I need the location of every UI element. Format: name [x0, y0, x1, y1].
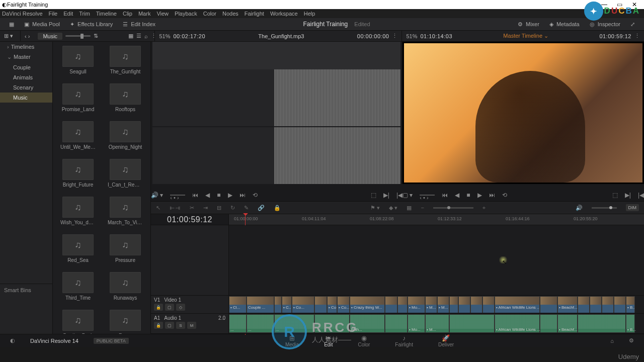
track-lanes[interactable]: ↖ • Cl...Couple ...• C...• Co...• Co...•…: [229, 225, 644, 334]
video-clip[interactable]: [578, 296, 590, 313]
media-item[interactable]: ♫On_the_Bach: [60, 310, 96, 334]
mixer-button[interactable]: ⚙ Mixer: [513, 18, 544, 30]
in-icon[interactable]: ▶|: [625, 192, 631, 199]
video-clip[interactable]: • M...: [425, 296, 437, 313]
video-clip[interactable]: • M...: [437, 296, 449, 313]
source-options-icon[interactable]: ⋮: [392, 33, 397, 39]
waveform-left[interactable]: [152, 69, 400, 126]
out-icon[interactable]: |◀: [396, 192, 403, 199]
insert-icon[interactable]: ⇥: [203, 205, 208, 211]
first-frame-icon[interactable]: ⏮: [192, 192, 198, 199]
video-clip[interactable]: • Co...: [327, 296, 337, 313]
media-item[interactable]: ♫Bright_Future: [60, 159, 96, 188]
source-clip-name[interactable]: The_Gunfight.mp3: [208, 33, 354, 39]
menu-playback[interactable]: Playback: [175, 11, 197, 17]
lock-track-button[interactable]: 🔒: [154, 304, 163, 311]
media-item[interactable]: ♫I_Can_t_Remmber_I...: [108, 159, 143, 188]
auto-select-button[interactable]: ▢: [165, 304, 174, 311]
video-clip[interactable]: [540, 296, 557, 313]
reverse-icon[interactable]: ◀: [205, 192, 210, 199]
project-settings-icon[interactable]: ⚙: [629, 337, 634, 344]
menu-davinci-resolve[interactable]: DaVinci Resolve: [2, 11, 43, 17]
lock-icon[interactable]: 🔒: [274, 205, 281, 211]
timeline-ruler[interactable]: 01:00:59:12 01:00:00:0001:04:11:0401:08:…: [151, 214, 644, 225]
source-viewer[interactable]: [151, 42, 403, 184]
audio-clip[interactable]: [385, 314, 408, 333]
menu-trim[interactable]: Trim: [79, 11, 90, 17]
home-icon[interactable]: ⌂: [610, 338, 614, 344]
page-media[interactable]: ⊞Media: [285, 334, 299, 347]
menu-workspace[interactable]: Workspace: [270, 11, 298, 17]
layout-icon[interactable]: ▦: [4, 18, 19, 30]
video-clip[interactable]: • Beachf...: [557, 296, 578, 313]
media-item[interactable]: ♫Pressure: [108, 234, 143, 263]
viewer-mode-icon[interactable]: ▢ ▾: [403, 192, 413, 199]
video-clip[interactable]: • B...: [626, 296, 635, 313]
speaker-icon[interactable]: 🔊: [576, 205, 583, 211]
page-deliver[interactable]: 🚀Deliver: [438, 334, 454, 347]
audio-clip[interactable]: • Mo...: [408, 314, 425, 333]
overwrite-icon[interactable]: ⊟: [217, 205, 221, 211]
waveform-right[interactable]: [152, 127, 400, 184]
audio-clip[interactable]: ...: [274, 314, 314, 333]
replace-icon[interactable]: ↻: [230, 205, 235, 211]
audio-clip[interactable]: • M...: [425, 314, 449, 333]
program-zoom[interactable]: 51%: [406, 33, 417, 39]
audio-clip[interactable]: ...: [247, 314, 274, 333]
audio-track-header[interactable]: A1Audio 12.0 🔒▢SM: [151, 314, 228, 334]
media-item[interactable]: ♫The_Gunfight: [108, 46, 143, 74]
thumb-size-slider[interactable]: [65, 35, 91, 37]
audio-clip[interactable]: [540, 314, 557, 333]
media-item[interactable]: ♫Rooftops: [108, 83, 143, 112]
video-clip[interactable]: [449, 296, 458, 313]
zoom-out-icon[interactable]: −: [421, 205, 424, 211]
page-fairlight[interactable]: ♪Fairlight: [395, 334, 413, 347]
media-item[interactable]: ♫Wish_You_d_Come_T...: [60, 197, 96, 225]
video-clip[interactable]: • African Wildlife Lions ...: [495, 296, 540, 313]
media-item[interactable]: ♫Fargo: [108, 310, 143, 334]
flag-icon[interactable]: ⚑ ▾: [370, 205, 380, 211]
overview-waveform[interactable]: [152, 42, 400, 69]
media-item[interactable]: ♫March_To_Victory: [108, 197, 143, 225]
menu-edit[interactable]: Edit: [63, 11, 73, 17]
list-view-icon[interactable]: ☰: [136, 33, 141, 39]
audio-clip[interactable]: • African Wildlife Lions ...: [495, 314, 540, 333]
audio-lane[interactable]: ............ty th...• Mo...• M...• Afric…: [229, 314, 644, 334]
arrow-tool-icon[interactable]: ↖: [156, 205, 160, 211]
blade-tool-icon[interactable]: ✂: [190, 205, 194, 211]
grid-view-icon[interactable]: ▦: [128, 33, 133, 39]
bin-nav[interactable]: ‹ ›: [21, 31, 34, 41]
video-lane[interactable]: • Cl...Couple ...• C...• Co...• Co...• C…: [229, 296, 644, 314]
match-frame-icon[interactable]: ⬚: [371, 192, 376, 199]
menu-clip[interactable]: Clip: [123, 11, 132, 17]
media-item[interactable]: ♫Red_Sea: [60, 234, 96, 263]
out-icon[interactable]: |◀: [638, 192, 644, 199]
video-clip[interactable]: [482, 296, 495, 313]
last-frame-icon[interactable]: ⏭: [239, 192, 246, 199]
video-clip[interactable]: [602, 296, 614, 313]
program-viewer[interactable]: [403, 42, 644, 184]
video-clip[interactable]: [590, 296, 602, 313]
source-scrubber[interactable]: [151, 184, 403, 189]
media-item[interactable]: ♫Promise_Land: [60, 83, 96, 112]
bin-scenary[interactable]: Scenary: [0, 82, 52, 93]
bin-animals[interactable]: Animals: [0, 72, 52, 82]
loop-icon[interactable]: ⟲: [253, 192, 258, 199]
program-options-icon[interactable]: ⋮: [634, 33, 640, 39]
edit-index-button[interactable]: ☰ Edit Index: [118, 18, 160, 30]
snap-icon[interactable]: ▦: [407, 205, 412, 211]
menu-color[interactable]: Color: [203, 11, 216, 17]
audio-clip[interactable]: • B...: [626, 314, 635, 333]
video-clip[interactable]: [458, 296, 470, 313]
video-track-header[interactable]: V1Video 1 🔒▢◇: [151, 296, 228, 314]
razor-icon[interactable]: ✎: [244, 205, 249, 211]
video-clip[interactable]: • Crazy thing W...: [350, 296, 385, 313]
bin-music[interactable]: Music: [0, 93, 52, 103]
bin-couple[interactable]: Couple: [0, 62, 52, 72]
volume-slider[interactable]: [592, 207, 617, 209]
match-frame-icon[interactable]: ⬚: [612, 192, 618, 199]
dim-button[interactable]: DIM: [626, 204, 639, 211]
video-clip[interactable]: • Cl...: [229, 296, 247, 313]
video-clip[interactable]: • Co...: [337, 296, 350, 313]
program-scrubber[interactable]: [403, 184, 644, 189]
